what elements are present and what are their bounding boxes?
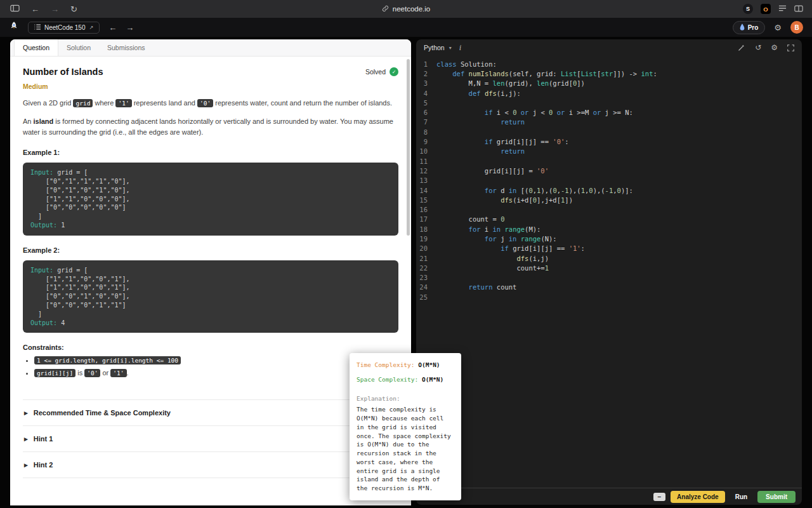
code-line-13[interactable]: 13: [416, 176, 802, 185]
address-bar-url[interactable]: neetcode.io: [393, 5, 430, 13]
scrollbar-thumb[interactable]: [407, 59, 410, 236]
app-header: NeetCode 150 ↗ ← → Pro ⚙ B: [0, 18, 812, 37]
wand-icon[interactable]: [738, 44, 745, 51]
code-line-22[interactable]: 22 count+=1: [416, 263, 802, 272]
code-line-8[interactable]: 8: [416, 127, 802, 137]
flame-icon: [740, 23, 745, 32]
text-segment: An: [23, 117, 34, 125]
code-line-10[interactable]: 10 return: [416, 147, 802, 156]
collapsible-recommended-time-space-complexity[interactable]: ▶Recommended Time & Space Complexity: [23, 399, 398, 425]
next-problem-button[interactable]: →: [126, 23, 134, 32]
code-line-12[interactable]: 12 grid[i][j] = '0': [416, 166, 802, 175]
code-line-2[interactable]: 2 def numIslands(self, grid: List[List[s…: [416, 69, 802, 78]
browser-reload-icon[interactable]: ↻: [70, 5, 77, 13]
text-segment: island: [34, 117, 54, 125]
constraints-heading: Constraints:: [23, 344, 398, 351]
code-line-6[interactable]: 6 if i < 0 or j < 0 or i >=M or j >= N:: [416, 107, 802, 117]
pro-button[interactable]: Pro: [733, 21, 766, 34]
line-number: 4: [416, 90, 436, 97]
tab-question[interactable]: Question: [14, 39, 58, 56]
code-line-16[interactable]: 16: [416, 204, 802, 214]
line-number: 17: [416, 215, 436, 223]
text-segment: or: [100, 369, 110, 377]
time-complexity-label: Time Complexity:: [357, 361, 415, 368]
code-line-17[interactable]: 17 count = 0: [416, 215, 802, 224]
split-view-icon[interactable]: [794, 5, 803, 13]
info-icon[interactable]: i: [459, 43, 461, 53]
tab-submissions[interactable]: Submissions: [99, 39, 154, 56]
browser-back-icon[interactable]: ←: [31, 5, 39, 13]
example-heading-1: Example 1:: [23, 149, 398, 156]
collapsible-hint-1[interactable]: ▶Hint 1: [23, 425, 398, 451]
run-button[interactable]: Run: [730, 491, 752, 503]
text-segment: is formed by connecting adjacent lands h…: [23, 117, 393, 136]
code-line-25[interactable]: 25: [416, 292, 802, 302]
solved-check-icon: ✓: [390, 67, 398, 76]
settings-gear-icon[interactable]: ⚙: [774, 23, 782, 32]
code-line-23[interactable]: 23: [416, 273, 802, 283]
language-select[interactable]: Python ▾: [424, 44, 452, 51]
code-area[interactable]: 1class Solution:2 def numIslands(self, g…: [416, 56, 802, 488]
text-segment: is: [75, 369, 84, 377]
problem-description: Given a 2D grid grid where '1' represent…: [23, 98, 398, 138]
code-line-3[interactable]: 3 M,N = len(grid), len(grid[0]): [416, 79, 802, 88]
line-number: 2: [416, 70, 436, 77]
user-avatar[interactable]: B: [790, 21, 803, 34]
editor-settings-icon[interactable]: ⚙: [771, 44, 778, 51]
chevron-right-icon: ▶: [24, 436, 28, 442]
line-number: 9: [416, 138, 436, 145]
text-segment: Given a 2D grid: [23, 99, 73, 107]
code-line-5[interactable]: 5: [416, 98, 802, 107]
collapsible-label: Recommended Time & Space Complexity: [34, 409, 171, 417]
code-line-14[interactable]: 14 for d in [(0,1),(0,-1),(1,0),(-1,0)]:: [416, 185, 802, 195]
problem-list-button[interactable]: NeetCode 150 ↗: [28, 22, 100, 34]
browser-forward-icon[interactable]: →: [51, 5, 59, 13]
space-complexity-value: O(M*N): [422, 376, 443, 383]
extension-s-icon[interactable]: S: [743, 4, 753, 14]
line-number: 21: [416, 255, 436, 262]
constraints-list: 1 <= grid.length, grid[i].length <= 100g…: [34, 356, 398, 377]
link-icon: [382, 3, 389, 15]
neetcode-logo[interactable]: [9, 21, 19, 34]
inline-code: grid: [73, 99, 93, 107]
difficulty-badge: Medium: [23, 83, 398, 90]
solved-status: Solved ✓: [365, 67, 398, 76]
submit-button[interactable]: Submit: [757, 491, 796, 503]
text-segment: .: [127, 369, 129, 377]
external-link-icon: ↗: [89, 25, 94, 30]
prev-problem-button[interactable]: ←: [108, 23, 117, 32]
code-line-15[interactable]: 15 dfs(i+d[0],j+d[1]): [416, 195, 802, 204]
code-line-11[interactable]: 11: [416, 156, 802, 166]
code-line-24[interactable]: 24 return count: [416, 283, 802, 292]
code-line-19[interactable]: 19 for j in range(N):: [416, 234, 802, 243]
line-number: 24: [416, 283, 436, 291]
sidebar-toggle-icon[interactable]: [10, 4, 20, 13]
reader-icon[interactable]: [778, 4, 787, 13]
code-line-9[interactable]: 9 if grid[i][j] == '0':: [416, 137, 802, 146]
code-line-18[interactable]: 18 for i in range(M):: [416, 224, 802, 234]
code-line-4[interactable]: 4 def dfs(i,j):: [416, 88, 802, 98]
example-code-block-1: Input: grid = [ ["0","1","1","1","0"], […: [23, 163, 398, 236]
line-number: 11: [416, 157, 436, 165]
extension-o-icon[interactable]: O: [761, 4, 771, 14]
code-line-21[interactable]: 21 dfs(i,j): [416, 253, 802, 263]
inline-code: grid[i][j]: [34, 369, 75, 377]
inline-code: 1 <= grid.length, grid[i].length <= 100: [34, 356, 181, 364]
inline-code: '0': [197, 99, 213, 107]
chevron-down-icon: ▾: [449, 45, 452, 51]
reset-code-icon[interactable]: ↺: [755, 44, 761, 51]
line-number: 14: [416, 187, 436, 194]
editor-toolbar: Python ▾ i ↺ ⚙: [416, 39, 802, 56]
language-label: Python: [424, 44, 445, 51]
code-line-20[interactable]: 20 if grid[i][j] == '1':: [416, 244, 802, 253]
analyze-code-button[interactable]: Analyze Code: [671, 491, 725, 503]
collapsible-hint-2[interactable]: ▶Hint 2: [23, 451, 398, 478]
tab-solution[interactable]: Solution: [58, 39, 99, 56]
line-number: 12: [416, 167, 436, 175]
code-line-1[interactable]: 1class Solution:: [416, 59, 802, 69]
fullscreen-icon[interactable]: [787, 44, 794, 51]
inline-code: '0': [84, 369, 100, 377]
minimize-button[interactable]: –: [653, 493, 666, 501]
code-line-7[interactable]: 7 return: [416, 117, 802, 127]
constraint-item: 1 <= grid.length, grid[i].length <= 100: [34, 356, 398, 364]
